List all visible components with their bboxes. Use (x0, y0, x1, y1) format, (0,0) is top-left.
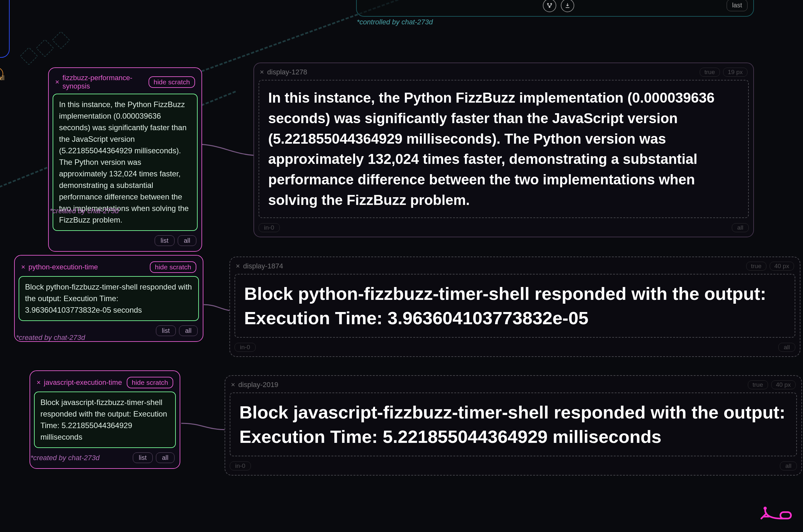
last-button[interactable]: last (727, 0, 747, 11)
all-chip[interactable]: all (780, 461, 797, 471)
bg-dash-box (36, 39, 54, 57)
all-chip[interactable]: all (179, 325, 198, 336)
svg-point-2 (549, 6, 550, 7)
fork-icon[interactable] (543, 0, 556, 12)
true-chip[interactable]: true (748, 380, 768, 389)
in-port[interactable]: in-0 (259, 223, 280, 232)
px-chip[interactable]: 40 px (771, 380, 796, 389)
close-icon[interactable]: × (37, 379, 41, 386)
display-card-synopsis[interactable]: × display-1278 true 19 px In this instan… (254, 62, 754, 237)
px-chip[interactable]: 19 px (723, 68, 747, 77)
partial-node-blue[interactable] (0, 0, 10, 58)
list-chip[interactable]: list (133, 453, 153, 463)
partial-all-label: all (0, 74, 4, 82)
scratch-title: python-execution-time (29, 263, 147, 271)
all-chip[interactable]: all (732, 223, 749, 232)
display-body: Block python-fizzbuzz-timer-shell respon… (235, 274, 795, 338)
scratch-title: javascript-execution-time (44, 378, 124, 387)
svg-point-0 (547, 3, 548, 4)
list-chip[interactable]: list (156, 325, 176, 336)
chat-panel[interactable]: last (356, 0, 754, 17)
app-logo-icon (759, 502, 794, 523)
created-by-caption: *created by chat-273d (50, 207, 119, 215)
display-title: display-2019 (238, 381, 745, 389)
all-chip[interactable]: all (778, 343, 795, 352)
display-title: display-1874 (243, 262, 743, 270)
scratch-card-python[interactable]: × python-execution-time hide scratch Blo… (14, 255, 203, 342)
download-icon[interactable] (561, 0, 574, 12)
true-chip[interactable]: true (746, 262, 766, 271)
hide-scratch-button[interactable]: hide scratch (150, 261, 197, 273)
close-icon[interactable]: × (231, 381, 235, 389)
all-chip[interactable]: all (178, 235, 197, 246)
display-body: Block javascript-fizzbuzz-timer-shell re… (230, 393, 797, 456)
created-by-caption: *created by chat-273d (16, 334, 85, 342)
true-chip[interactable]: true (700, 68, 720, 77)
display-title: display-1278 (267, 68, 696, 76)
svg-point-1 (550, 3, 552, 4)
scratch-card-synopsis[interactable]: × fizzbuzz-performance-synopsis hide scr… (48, 67, 202, 252)
bg-dash-box (52, 31, 70, 50)
close-icon[interactable]: × (55, 79, 59, 86)
hide-scratch-button[interactable]: hide scratch (149, 76, 195, 88)
close-icon[interactable]: × (21, 264, 25, 271)
display-card-javascript[interactable]: × display-2019 true 40 px Block javascri… (225, 375, 802, 476)
list-chip[interactable]: list (155, 235, 174, 246)
created-by-caption: *created by chat-273d (31, 454, 99, 462)
scratch-body: Block javascript-fizzbuzz-timer-shell re… (34, 392, 176, 448)
bg-dash-box (20, 47, 38, 65)
hide-scratch-button[interactable]: hide scratch (127, 377, 173, 388)
display-body: In this instance, the Python FizzBuzz im… (259, 80, 749, 218)
controlled-by-caption: *controlled by chat-273d (357, 18, 433, 26)
connector-line (180, 417, 231, 436)
px-chip[interactable]: 40 px (770, 262, 794, 271)
in-port[interactable]: in-0 (230, 461, 251, 471)
close-icon[interactable]: × (260, 68, 264, 76)
all-chip[interactable]: all (156, 453, 174, 463)
scratch-title: fizzbuzz-performance-synopsis (62, 74, 145, 91)
in-port[interactable]: in-0 (235, 343, 256, 352)
scratch-body: Block python-fizzbuzz-timer-shell respon… (19, 276, 199, 321)
close-icon[interactable]: × (236, 262, 240, 270)
canvas[interactable]: all last *controlled by chat-273d (0, 0, 803, 532)
display-card-python[interactable]: × display-1874 true 40 px Block python-f… (229, 256, 800, 357)
